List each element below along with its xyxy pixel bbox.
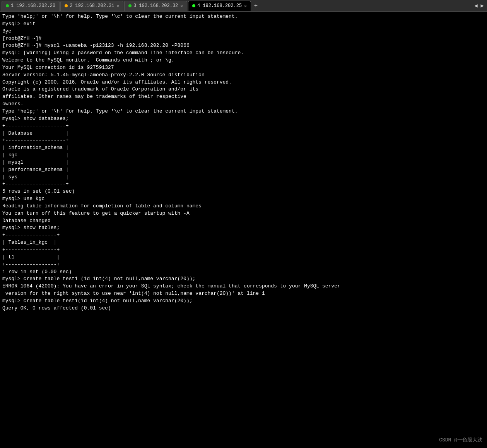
watermark: CSDN @一色股大跌 (439, 436, 482, 443)
tab-3-label: 3 192.168.202.32 (133, 3, 178, 9)
tab-bar: 1 192.168.202.20 2 192.168.202.31 ✕ 3 19… (0, 0, 487, 12)
tab-3-dot (128, 4, 132, 7)
tab-prev-arrow[interactable]: ◀ (473, 2, 479, 9)
tab-3[interactable]: 3 192.168.202.32 ✕ (124, 1, 187, 11)
tab-1[interactable]: 1 192.168.202.20 (2, 1, 60, 11)
tab-4-close[interactable]: ✕ (244, 3, 247, 9)
tab-4[interactable]: 4 192.168.202.25 ✕ (188, 1, 251, 11)
tab-3-close[interactable]: ✕ (180, 3, 183, 9)
add-tab-button[interactable]: + (252, 2, 260, 9)
tab-2-close[interactable]: ✕ (116, 3, 119, 9)
tab-1-dot (6, 4, 9, 7)
tab-2-label: 2 192.168.202.31 (70, 3, 114, 9)
terminal-output: Type 'help;' or '\h' for help. Type '\c'… (0, 12, 487, 314)
tab-2[interactable]: 2 192.168.202.31 ✕ (60, 1, 123, 11)
tab-4-label: 4 192.168.202.25 (197, 3, 242, 9)
tab-4-dot (192, 4, 195, 7)
tab-2-dot (65, 4, 68, 7)
tab-nav-arrows: ◀ ▶ (473, 2, 485, 9)
tab-next-arrow[interactable]: ▶ (479, 2, 485, 9)
tab-1-label: 1 192.168.202.20 (11, 3, 55, 9)
